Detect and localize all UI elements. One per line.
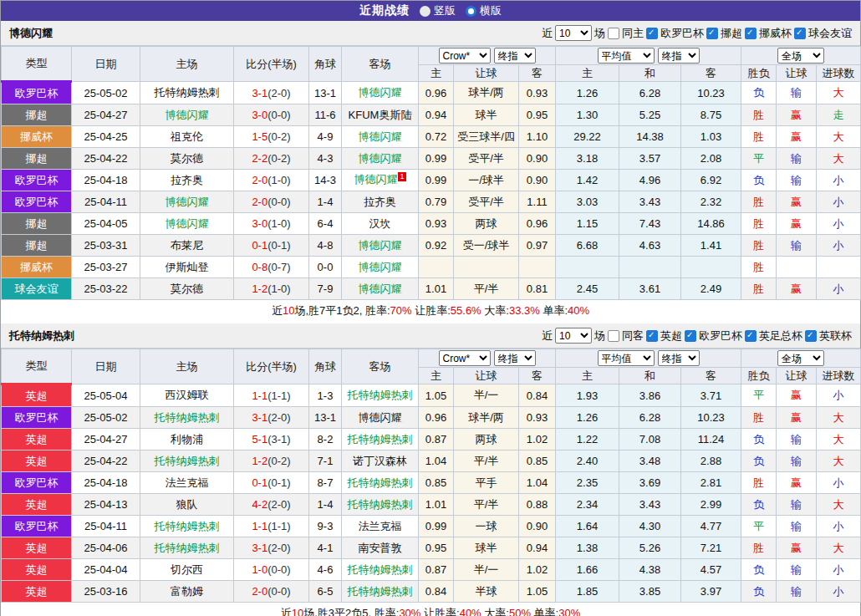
league-checkbox-0[interactable]: [646, 330, 658, 342]
results-table: 类型日期主场比分(半场)角球客场Crow*终指平均值终指全场主让球客主和客胜负让…: [1, 46, 861, 300]
league-checkbox-label: 挪威杯: [759, 26, 792, 41]
table-row: 欧罗巴杯25-04-11博德闪耀2-0(0-0)1-4拉齐奥0.79受平/半1.…: [2, 191, 861, 213]
radio-vertical-icon[interactable]: [420, 6, 430, 17]
handicap-odds-2: 1.11: [519, 191, 556, 213]
same-venue-checkbox[interactable]: [608, 28, 619, 39]
layout-option-horizontal[interactable]: 横版: [466, 3, 502, 18]
radio-horizontal-label: 横版: [480, 3, 502, 18]
average-odds-1: 3.86: [619, 384, 681, 407]
score: 2-0(0-0): [234, 581, 309, 603]
league-checkbox-1[interactable]: [706, 28, 718, 39]
score: 3-0(0-0): [234, 104, 309, 126]
away-team: 南安普敦: [342, 537, 419, 559]
corners: 6-4: [309, 213, 342, 235]
handicap-odds-1: 球半: [454, 537, 519, 559]
avg-final-select[interactable]: 终指: [658, 48, 700, 64]
corners: 11-6: [309, 104, 342, 126]
handicap-odds-1: 半/一: [454, 384, 519, 407]
results-table: 类型日期主场比分(半场)角球客场Crow*终指平均值终指全场主让球客主和客胜负让…: [1, 349, 861, 603]
average-odds-0: 3.03: [556, 191, 619, 213]
book-final-select[interactable]: 终指: [494, 350, 536, 366]
average-odds-1: 3.61: [619, 278, 681, 300]
result-flag-0: 胜: [741, 104, 777, 126]
avg-final-select[interactable]: 终指: [658, 350, 700, 366]
result-flag-2: 大: [817, 429, 861, 451]
handicap-odds-2: 0.90: [519, 148, 556, 170]
league-checkbox-2[interactable]: [745, 28, 757, 39]
league-checkbox-3[interactable]: [794, 28, 806, 39]
scope-header: 全场: [741, 47, 861, 65]
average-odds-0: 6.68: [556, 235, 619, 257]
average-odds-0: 1.15: [556, 213, 619, 235]
bookmaker-select[interactable]: Crow*: [439, 350, 491, 366]
sub-header-6: 胜负: [741, 65, 777, 82]
result-flag-2: 小: [817, 516, 861, 537]
book-final-select[interactable]: 终指: [494, 48, 536, 64]
sub-header-8: 进球数: [817, 368, 861, 384]
handicap-odds-0: 1.01: [419, 278, 454, 300]
score: 1-0(0-0): [234, 559, 309, 581]
scope-select[interactable]: 全场: [777, 48, 824, 64]
handicap-odds-0: 0.85: [419, 472, 454, 494]
home-team: 托特纳姆热刺: [140, 407, 234, 429]
score: 5-1(3-1): [234, 429, 309, 451]
handicap-odds-2: 0.94: [519, 537, 556, 559]
result-flag-0: 负: [741, 451, 777, 472]
average-select[interactable]: 平均值: [598, 350, 655, 366]
result-flag-2: 小: [817, 235, 861, 257]
league-checkbox-0[interactable]: [646, 28, 658, 39]
average-odds-0: 3.18: [556, 148, 619, 170]
average-odds-2: 3.97: [681, 581, 741, 603]
league-checkbox-3[interactable]: [805, 330, 817, 342]
handicap-odds-2: 0.95: [519, 104, 556, 126]
handicap-odds-0: 0.99: [419, 170, 454, 191]
home-team: 利物浦: [140, 429, 234, 451]
home-team: 伊斯灿登: [140, 257, 234, 278]
league-checkbox-label: 英足总杯: [759, 328, 802, 344]
radio-horizontal-icon[interactable]: [466, 6, 476, 17]
sub-header-7: 让球: [777, 65, 817, 82]
same-venue-checkbox[interactable]: [608, 330, 619, 342]
near-count-select[interactable]: 10: [555, 328, 592, 344]
result-flag-0: 胜: [741, 257, 777, 278]
same-venue-label: 同客: [622, 328, 644, 344]
team-sections: 博德闪耀近10场同主欧罗巴杯挪超挪威杯球会友谊类型日期主场比分(半场)角球客场C…: [1, 21, 860, 616]
match-date: 25-04-11: [72, 516, 140, 537]
handicap-odds-1: 一/球半: [454, 170, 519, 191]
match-date: 25-04-22: [72, 148, 140, 170]
result-flag-1: 输: [777, 451, 817, 472]
home-team: 托特纳姆热刺: [140, 451, 234, 472]
league-checkbox-2[interactable]: [745, 330, 757, 342]
sub-header-5: 客: [681, 65, 741, 82]
summary-row: 近10场,胜7平1负2, 胜率:70% 让胜率:55.6% 大率:33.3% 单…: [1, 300, 860, 321]
near-count-select[interactable]: 10: [555, 25, 592, 41]
corners: 4-6: [309, 559, 342, 581]
corners: 13-1: [309, 82, 342, 104]
page-title: 近期战绩: [359, 3, 410, 18]
average-odds-2: 8.75: [681, 104, 741, 126]
sub-header-5: 客: [681, 368, 741, 384]
result-flag-2: 小: [817, 384, 861, 407]
corners: 4-1: [309, 537, 342, 559]
average-odds-2: 1.03: [681, 126, 741, 148]
table-row: 英超25-04-06托特纳姆热刺3-1(2-0)4-1南安普敦0.95球半0.9…: [2, 537, 861, 559]
average-odds-2: 11.24: [681, 429, 741, 451]
handicap-odds-1: 球半/两: [454, 82, 519, 104]
league-badge: 英超: [2, 581, 72, 603]
away-team: 博德闪耀: [342, 257, 419, 278]
sub-header-0: 主: [419, 368, 454, 384]
average-select[interactable]: 平均值: [598, 48, 655, 64]
table-row: 英超25-03-16富勒姆2-0(0-0)6-5托特纳姆热刺0.84半球1.05…: [2, 581, 861, 603]
average-odds-2: 7.21: [681, 537, 741, 559]
bookmaker-select[interactable]: Crow*: [439, 48, 491, 64]
average-odds-0: 2.45: [556, 278, 619, 300]
league-checkbox-1[interactable]: [685, 330, 696, 342]
result-flag-1: 赢: [777, 537, 817, 559]
result-flag-2: 大: [817, 82, 861, 104]
layout-option-vertical[interactable]: 竖版: [420, 3, 456, 18]
home-team: 博德闪耀: [140, 191, 234, 213]
score: 0-1(0-1): [234, 472, 309, 494]
sub-header-1: 让球: [454, 368, 519, 384]
match-date: 25-04-13: [72, 494, 140, 516]
scope-select[interactable]: 全场: [777, 350, 824, 366]
